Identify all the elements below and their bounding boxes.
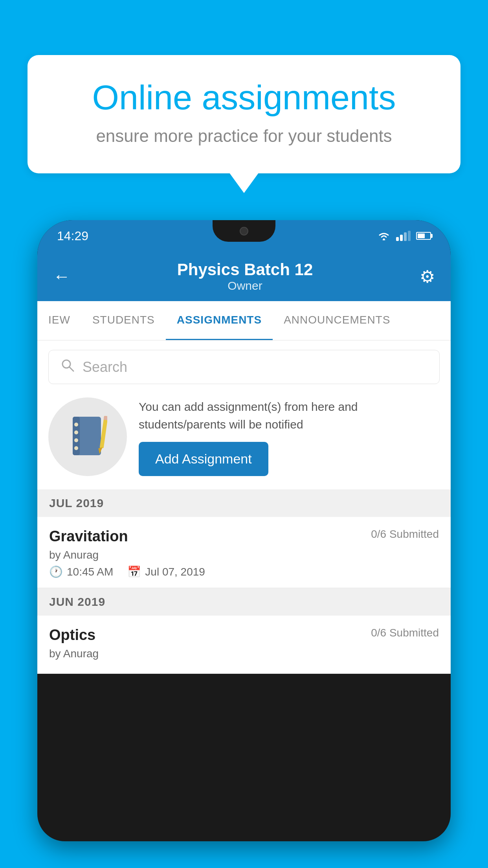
section-header-jun: JUN 2019 [37,588,451,616]
promo-text-group: You can add assignment(s) from here and … [139,398,440,476]
assignment-submitted-optics: 0/6 Submitted [371,627,439,639]
promo-description: You can add assignment(s) from here and … [139,398,440,433]
search-icon [61,358,75,376]
meta-date: 📅 Jul 07, 2019 [127,565,205,578]
speech-bubble-container: Online assignments ensure more practice … [28,55,460,173]
promo-block: You can add assignment(s) from here and … [48,394,440,480]
assignment-time: 10:45 AM [67,566,113,578]
back-button[interactable]: ← [53,267,70,286]
settings-icon[interactable]: ⚙ [420,267,435,287]
svg-point-5 [74,423,78,427]
battery-icon [416,232,431,240]
assignment-by-optics: by Anurag [49,647,439,660]
wifi-icon [377,231,391,241]
assignment-title-gravitation: Gravitation [49,528,128,545]
svg-rect-11 [104,416,107,420]
phone-frame: 14:29 [37,220,451,841]
content-area: Search [37,340,451,674]
header-title-group: Physics Batch 12 Owner [177,260,313,292]
header-subtitle: Owner [177,279,313,292]
svg-point-0 [383,239,385,241]
notch-camera [240,227,248,235]
assignment-row-top-optics: Optics 0/6 Submitted [49,627,439,644]
calendar-icon: 📅 [127,565,141,578]
tab-assignments[interactable]: ASSIGNMENTS [166,301,273,340]
signal-icon [396,231,411,241]
tab-students[interactable]: STUDENTS [81,301,166,340]
meta-time: 🕐 10:45 AM [49,565,113,578]
status-time: 14:29 [57,229,88,243]
assignment-date: Jul 07, 2019 [145,566,205,578]
phone-status-bar: 14:29 [37,220,451,252]
assignment-submitted-gravitation: 0/6 Submitted [371,528,439,541]
svg-point-6 [74,430,78,434]
assignment-meta-gravitation: 🕐 10:45 AM 📅 Jul 07, 2019 [49,565,439,578]
add-assignment-button[interactable]: Add Assignment [139,442,268,476]
assignment-by-gravitation: by Anurag [49,549,439,561]
speech-bubble-title: Online assignments [59,79,429,117]
svg-point-8 [74,446,78,450]
assignment-title-optics: Optics [49,627,95,644]
speech-bubble: Online assignments ensure more practice … [28,55,460,173]
status-icons [377,231,431,241]
search-bar[interactable]: Search [48,350,440,384]
assignment-item-optics[interactable]: Optics 0/6 Submitted by Anurag [37,616,451,674]
app-header: ← Physics Batch 12 Owner ⚙ [37,252,451,301]
tab-iew[interactable]: IEW [37,301,81,340]
header-title: Physics Batch 12 [177,260,313,279]
assignment-row-top: Gravitation 0/6 Submitted [49,528,439,545]
search-placeholder: Search [83,359,127,375]
assignment-item-gravitation[interactable]: Gravitation 0/6 Submitted by Anurag 🕐 10… [37,517,451,588]
notebook-pencil-icon [68,415,107,458]
speech-bubble-subtitle: ensure more practice for your students [59,126,429,146]
phone-wrapper: 14:29 [37,220,451,868]
section-header-jul: JUL 2019 [37,489,451,517]
tab-bar: IEW STUDENTS ASSIGNMENTS ANNOUNCEMENTS [37,301,451,340]
phone-notch [213,220,275,242]
battery-fill [418,234,425,238]
clock-icon: 🕐 [49,565,63,578]
svg-point-7 [74,438,78,442]
promo-icon-circle [48,397,127,476]
tab-announcements[interactable]: ANNOUNCEMENTS [273,301,401,340]
svg-line-2 [70,367,73,371]
